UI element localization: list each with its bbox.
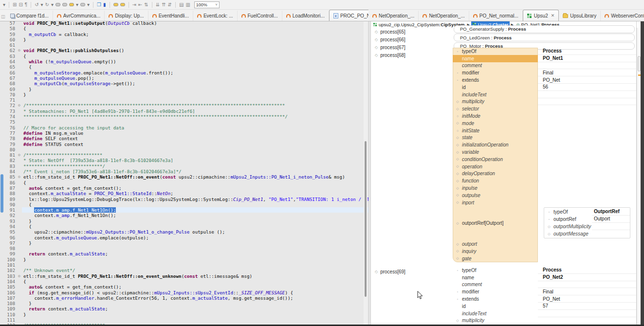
code-line[interactable]: 67 m_outpulseQueue.pop(); [0, 75, 368, 81]
code-line[interactable]: 109 return context.m_actualState; [0, 306, 368, 311]
code-line[interactable]: 89 lx::log::Upsu2SystemLog::DebugLogTrac… [0, 197, 368, 202]
undo-dropdown-icon[interactable]: ▾ [41, 2, 43, 7]
property-value[interactable]: Final [538, 288, 636, 295]
property-label[interactable]: id [453, 303, 538, 310]
property-value[interactable] [538, 112, 636, 120]
code-editor[interactable]: 57void PROC_PO_Net1::setupOutput(OutputC… [0, 21, 368, 325]
comment-bubble-icon[interactable] [80, 3, 85, 6]
property-label[interactable]: ▫typeOf [453, 267, 538, 274]
property-value[interactable] [538, 240, 636, 248]
code-line[interactable]: 68 m_outputCb(m_outpulseStorage->get()); [0, 81, 368, 86]
code-line[interactable]: 98 [0, 246, 368, 251]
code-line[interactable]: 77#define IN msg.m_value [0, 130, 368, 136]
property-row[interactable]: ◇multiplicity [453, 317, 636, 325]
property-label[interactable]: comment [453, 281, 538, 289]
property-row[interactable]: ◇outportRef[Outport]▫typeOfOutportRef▫ou… [453, 206, 636, 241]
code-line[interactable]: 102/** Unknown event*/ [0, 268, 368, 273]
property-value[interactable] [538, 317, 636, 325]
property-value[interactable] [538, 127, 636, 134]
property-label[interactable]: ◇outport [453, 240, 538, 248]
property-label[interactable]: includeText [453, 310, 538, 317]
property-row[interactable]: ▫modifierFinal [453, 288, 636, 295]
property-label[interactable]: ◇multiplicity [453, 317, 538, 325]
property-value[interactable] [538, 120, 636, 127]
code-line[interactable]: 91 context.m_amp.f_Net1_Net1On(); [0, 207, 368, 213]
layout-icon[interactable]: ▤ [179, 2, 184, 7]
property-label[interactable]: ◇inquiry [453, 248, 538, 255]
property-value[interactable] [538, 310, 636, 317]
property-value[interactable] [538, 141, 636, 148]
property-value[interactable] [538, 177, 636, 184]
fold-marker-icon[interactable]: ⊝ [17, 103, 22, 108]
editor-scrollbar-thumb[interactable] [365, 141, 367, 297]
code-line[interactable]: 81⊝/**************************** [0, 152, 368, 158]
code-line[interactable]: 72⊝/************************************… [0, 103, 368, 108]
property-label[interactable]: ◇delayOperation [453, 170, 538, 178]
bubble-dropdown-icon[interactable]: ▾ [87, 2, 90, 7]
layout-alt-icon[interactable]: ▥ [185, 2, 190, 7]
code-line[interactable]: 61 [0, 42, 368, 48]
code-line[interactable]: 78#define SELF context [0, 136, 368, 141]
new-window-icon[interactable]: ❒ [97, 2, 101, 7]
property-row[interactable]: ▫typeOfProcess [453, 48, 636, 55]
tree-item-process-65-[interactable]: ◇process[65] [375, 28, 405, 35]
editor-tab-upsu2[interactable]: Upsu2✕ [523, 10, 559, 21]
property-value[interactable]: Process [538, 267, 636, 274]
property-value[interactable] [538, 134, 636, 142]
tree-item-process-69-[interactable]: ◇process[69] [375, 268, 405, 275]
property-row[interactable]: comment [453, 281, 636, 289]
zoom-combo[interactable]: 100%˅ [194, 1, 220, 8]
code-line[interactable]: 99 return context.m_actualState; [0, 251, 368, 256]
property-value[interactable]: Outport [592, 216, 630, 223]
property-label[interactable]: ▫extends [453, 76, 538, 84]
editor-tab-display-up-[interactable]: Display: Up... [105, 11, 148, 21]
previous-annotation-icon[interactable]: ⇤ [138, 2, 142, 7]
property-label[interactable]: ▫typeOf [544, 208, 592, 216]
code-line[interactable]: 76// Macro for accessing the input data [0, 125, 368, 130]
property-row[interactable]: ◇outportMessage [544, 230, 630, 237]
code-line[interactable]: 95 upsu2::cipmachine::mUpsu2_Outputs::PO… [0, 229, 368, 235]
code-line[interactable]: 100} [0, 257, 368, 262]
property-value[interactable] [538, 255, 636, 262]
property-row[interactable]: ◇initializationOperation [453, 141, 636, 148]
property-label[interactable]: ◇operation [453, 163, 538, 170]
property-label[interactable]: ◇state [453, 134, 538, 142]
step-into-icon[interactable]: ⇊ [156, 2, 160, 7]
property-label[interactable]: comment [453, 62, 538, 70]
property-label[interactable]: name [453, 274, 538, 281]
property-row[interactable]: ◇state [453, 134, 636, 142]
editor-tab-webservercont-[interactable]: WebserverCont... [601, 11, 644, 21]
code-line[interactable]: 63{ [0, 54, 368, 59]
property-row[interactable]: id57 [453, 303, 636, 310]
editor-tab-proc-po-net-[interactable]: cPROC_PO_Net...✕ [329, 10, 368, 21]
editor-tab-po-net-normal-[interactable]: PO_Net_normal... [469, 11, 523, 21]
property-value[interactable]: 56 [538, 84, 636, 91]
property-value[interactable]: ▫typeOfOutportRef▫outportRefOutport◇outp… [538, 206, 636, 241]
property-value[interactable] [538, 62, 636, 70]
property-label[interactable]: ◇function [453, 177, 538, 184]
property-value[interactable] [538, 163, 636, 170]
property-row[interactable]: ◇operation [453, 163, 636, 170]
code-line[interactable]: 84/** Event i_neton [739a53e6-a818-11ef-… [0, 169, 368, 174]
property-value[interactable]: OutportRef [592, 208, 630, 216]
property-value[interactable] [538, 156, 636, 163]
property-value[interactable]: Final [538, 69, 636, 76]
property-label[interactable]: ◇outportMessage [544, 230, 592, 237]
info-icon[interactable]: ▮ [103, 2, 106, 7]
code-line[interactable]: 94 { [0, 224, 368, 229]
property-value[interactable] [538, 105, 636, 112]
fold-marker-icon[interactable]: ⊝ [17, 273, 22, 279]
property-label[interactable]: ◇initializationOperation [453, 141, 538, 148]
property-row[interactable]: includeText [453, 91, 636, 98]
property-value[interactable] [592, 230, 630, 237]
code-line[interactable]: 62⊝void PROC_PO_Net1::publishOutpulses() [0, 48, 368, 53]
property-value[interactable] [538, 281, 636, 289]
property-row[interactable]: ◇conditionOperation [453, 156, 636, 163]
property-row[interactable]: comment [453, 62, 636, 70]
collapsed-process-row[interactable]: PO_GeneratorSupply : Process [454, 25, 635, 33]
property-value[interactable] [592, 223, 630, 230]
property-row[interactable]: id56 [453, 84, 636, 91]
property-row[interactable]: ▫outportRefOutport [544, 216, 630, 223]
property-row[interactable]: ▫typeOfOutportRef [544, 208, 630, 216]
property-row[interactable]: ◇selector [453, 105, 636, 112]
